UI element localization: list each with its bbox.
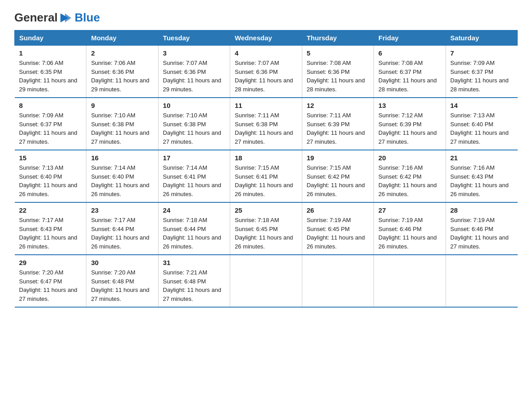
- day-info: Sunrise: 7:19 AMSunset: 6:46 PMDaylight:…: [450, 217, 509, 250]
- calendar-cell: 19 Sunrise: 7:15 AMSunset: 6:42 PMDaylig…: [302, 150, 373, 202]
- calendar-cell: 16 Sunrise: 7:14 AMSunset: 6:40 PMDaylig…: [86, 150, 158, 202]
- calendar-cell: 10 Sunrise: 7:10 AMSunset: 6:38 PMDaylig…: [158, 98, 230, 150]
- day-info: Sunrise: 7:19 AMSunset: 6:45 PMDaylight:…: [307, 217, 365, 250]
- header-friday: Friday: [374, 30, 446, 46]
- day-info: Sunrise: 7:18 AMSunset: 6:44 PMDaylight:…: [163, 217, 221, 250]
- calendar-cell: 6 Sunrise: 7:08 AMSunset: 6:37 PMDayligh…: [374, 46, 446, 98]
- day-number: 7: [450, 49, 513, 57]
- day-number: 18: [235, 154, 297, 162]
- day-number: 3: [163, 49, 225, 57]
- day-number: 17: [163, 154, 225, 162]
- day-info: Sunrise: 7:11 AMSunset: 6:38 PMDaylight:…: [235, 112, 293, 145]
- day-info: Sunrise: 7:17 AMSunset: 6:43 PMDaylight:…: [19, 217, 77, 250]
- day-info: Sunrise: 7:15 AMSunset: 6:42 PMDaylight:…: [307, 164, 365, 197]
- calendar-cell: [230, 255, 302, 307]
- day-number: 22: [19, 206, 82, 214]
- day-number: 12: [307, 102, 369, 109]
- day-number: 31: [163, 259, 225, 266]
- day-number: 10: [163, 102, 225, 109]
- calendar-cell: 18 Sunrise: 7:15 AMSunset: 6:41 PMDaylig…: [230, 150, 302, 202]
- calendar-week-row: 22 Sunrise: 7:17 AMSunset: 6:43 PMDaylig…: [15, 202, 518, 255]
- day-number: 23: [91, 206, 153, 214]
- day-number: 15: [19, 154, 82, 162]
- calendar-week-row: 29 Sunrise: 7:20 AMSunset: 6:47 PMDaylig…: [15, 255, 518, 307]
- day-number: 5: [307, 49, 369, 57]
- day-info: Sunrise: 7:13 AMSunset: 6:40 PMDaylight:…: [19, 164, 77, 197]
- day-info: Sunrise: 7:16 AMSunset: 6:43 PMDaylight:…: [450, 164, 509, 197]
- calendar-cell: 24 Sunrise: 7:18 AMSunset: 6:44 PMDaylig…: [158, 202, 230, 255]
- page-header: General Blue: [14, 11, 518, 25]
- calendar-cell: 30 Sunrise: 7:20 AMSunset: 6:48 PMDaylig…: [86, 255, 158, 307]
- calendar-cell: 21 Sunrise: 7:16 AMSunset: 6:43 PMDaylig…: [446, 150, 517, 202]
- calendar-cell: [374, 255, 446, 307]
- calendar-cell: 8 Sunrise: 7:09 AMSunset: 6:37 PMDayligh…: [15, 98, 86, 150]
- calendar-cell: 28 Sunrise: 7:19 AMSunset: 6:46 PMDaylig…: [446, 202, 517, 255]
- day-number: 21: [450, 154, 513, 162]
- logo-blue: Blue: [75, 11, 100, 25]
- calendar-cell: 27 Sunrise: 7:19 AMSunset: 6:46 PMDaylig…: [374, 202, 446, 255]
- day-number: 29: [19, 259, 82, 266]
- calendar-cell: 22 Sunrise: 7:17 AMSunset: 6:43 PMDaylig…: [15, 202, 86, 255]
- header-sunday: Sunday: [15, 30, 86, 46]
- day-info: Sunrise: 7:17 AMSunset: 6:44 PMDaylight:…: [91, 217, 149, 250]
- day-info: Sunrise: 7:16 AMSunset: 6:42 PMDaylight:…: [378, 164, 437, 197]
- day-info: Sunrise: 7:10 AMSunset: 6:38 PMDaylight:…: [163, 112, 221, 145]
- day-info: Sunrise: 7:09 AMSunset: 6:37 PMDaylight:…: [19, 112, 77, 145]
- calendar-cell: 3 Sunrise: 7:07 AMSunset: 6:36 PMDayligh…: [158, 46, 230, 98]
- day-info: Sunrise: 7:06 AMSunset: 6:35 PMDaylight:…: [19, 60, 77, 93]
- calendar-cell: [302, 255, 373, 307]
- day-info: Sunrise: 7:15 AMSunset: 6:41 PMDaylight:…: [235, 164, 293, 197]
- day-info: Sunrise: 7:11 AMSunset: 6:39 PMDaylight:…: [307, 112, 365, 145]
- logo-text: General: [14, 11, 71, 25]
- calendar-table: SundayMondayTuesdayWednesdayThursdayFrid…: [14, 30, 518, 308]
- day-number: 28: [450, 206, 513, 214]
- header-wednesday: Wednesday: [230, 30, 302, 46]
- day-number: 8: [19, 102, 82, 109]
- header-thursday: Thursday: [302, 30, 373, 46]
- day-info: Sunrise: 7:08 AMSunset: 6:36 PMDaylight:…: [307, 60, 365, 93]
- day-number: 24: [163, 206, 225, 214]
- calendar-cell: 7 Sunrise: 7:09 AMSunset: 6:37 PMDayligh…: [446, 46, 517, 98]
- day-info: Sunrise: 7:13 AMSunset: 6:40 PMDaylight:…: [450, 112, 509, 145]
- day-info: Sunrise: 7:19 AMSunset: 6:46 PMDaylight:…: [378, 217, 437, 250]
- svg-marker-1: [65, 13, 71, 22]
- calendar-cell: 4 Sunrise: 7:07 AMSunset: 6:36 PMDayligh…: [230, 46, 302, 98]
- calendar-cell: 20 Sunrise: 7:16 AMSunset: 6:42 PMDaylig…: [374, 150, 446, 202]
- day-number: 16: [91, 154, 153, 162]
- day-number: 2: [91, 49, 153, 57]
- day-info: Sunrise: 7:07 AMSunset: 6:36 PMDaylight:…: [235, 60, 293, 93]
- calendar-cell: [446, 255, 517, 307]
- calendar-week-row: 1 Sunrise: 7:06 AMSunset: 6:35 PMDayligh…: [15, 46, 518, 98]
- day-info: Sunrise: 7:10 AMSunset: 6:38 PMDaylight:…: [91, 112, 149, 145]
- day-info: Sunrise: 7:07 AMSunset: 6:36 PMDaylight:…: [163, 60, 221, 93]
- day-number: 4: [235, 49, 297, 57]
- day-info: Sunrise: 7:06 AMSunset: 6:36 PMDaylight:…: [91, 60, 149, 93]
- calendar-cell: 29 Sunrise: 7:20 AMSunset: 6:47 PMDaylig…: [15, 255, 86, 307]
- calendar-cell: 15 Sunrise: 7:13 AMSunset: 6:40 PMDaylig…: [15, 150, 86, 202]
- calendar-cell: 26 Sunrise: 7:19 AMSunset: 6:45 PMDaylig…: [302, 202, 373, 255]
- calendar-cell: 25 Sunrise: 7:18 AMSunset: 6:45 PMDaylig…: [230, 202, 302, 255]
- logo: General Blue: [14, 11, 100, 25]
- calendar-header-row: SundayMondayTuesdayWednesdayThursdayFrid…: [15, 30, 518, 46]
- day-number: 11: [235, 102, 297, 109]
- calendar-cell: 5 Sunrise: 7:08 AMSunset: 6:36 PMDayligh…: [302, 46, 373, 98]
- day-info: Sunrise: 7:08 AMSunset: 6:37 PMDaylight:…: [378, 60, 437, 93]
- day-number: 19: [307, 154, 369, 162]
- day-number: 30: [91, 259, 153, 266]
- logo-general: General: [14, 11, 58, 25]
- calendar-cell: 11 Sunrise: 7:11 AMSunset: 6:38 PMDaylig…: [230, 98, 302, 150]
- logo-arrow-icon: [59, 12, 71, 24]
- calendar-cell: 12 Sunrise: 7:11 AMSunset: 6:39 PMDaylig…: [302, 98, 373, 150]
- day-number: 9: [91, 102, 153, 109]
- day-info: Sunrise: 7:14 AMSunset: 6:40 PMDaylight:…: [91, 164, 149, 197]
- day-info: Sunrise: 7:14 AMSunset: 6:41 PMDaylight:…: [163, 164, 221, 197]
- calendar-cell: 1 Sunrise: 7:06 AMSunset: 6:35 PMDayligh…: [15, 46, 86, 98]
- calendar-cell: 23 Sunrise: 7:17 AMSunset: 6:44 PMDaylig…: [86, 202, 158, 255]
- calendar-cell: 14 Sunrise: 7:13 AMSunset: 6:40 PMDaylig…: [446, 98, 517, 150]
- calendar-week-row: 8 Sunrise: 7:09 AMSunset: 6:37 PMDayligh…: [15, 98, 518, 150]
- day-number: 20: [378, 154, 441, 162]
- calendar-cell: 13 Sunrise: 7:12 AMSunset: 6:39 PMDaylig…: [374, 98, 446, 150]
- header-monday: Monday: [86, 30, 158, 46]
- day-number: 14: [450, 102, 513, 109]
- calendar-cell: 17 Sunrise: 7:14 AMSunset: 6:41 PMDaylig…: [158, 150, 230, 202]
